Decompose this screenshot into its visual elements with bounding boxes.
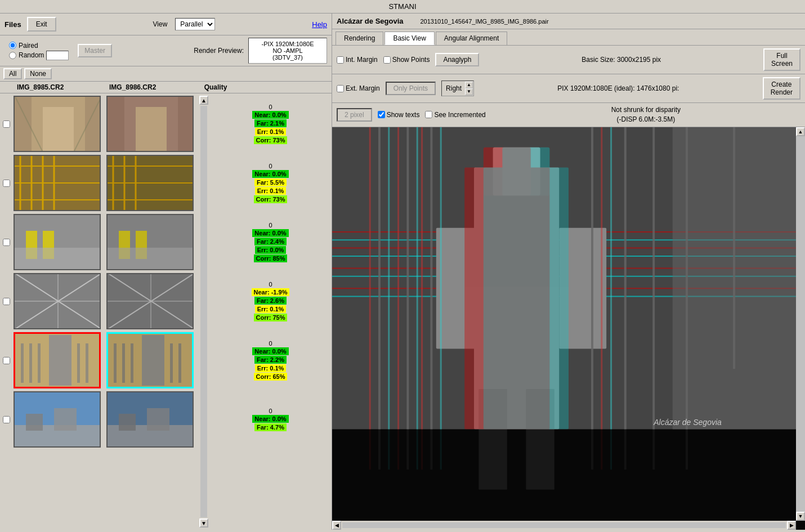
disparity-line1: Not shrunk for disparity bbox=[491, 105, 800, 115]
err-4: Err: 0.1% bbox=[255, 364, 287, 372]
thumb-left-0[interactable] bbox=[14, 96, 101, 152]
vscroll-down-btn[interactable]: ▼ bbox=[796, 512, 805, 521]
tab-bar: Rendering Basic View Angular Alignment bbox=[332, 29, 805, 46]
controls-bar1: Int. Margin Show Points Anaglyph Basic S… bbox=[332, 46, 805, 74]
exit-button[interactable]: Exit bbox=[27, 17, 56, 32]
left-images-col bbox=[12, 93, 105, 530]
tab-rendering[interactable]: Rendering bbox=[336, 32, 383, 45]
show-texts-text: Show texts bbox=[387, 111, 420, 119]
show-points-checkbox[interactable] bbox=[383, 56, 391, 64]
anaglyph-button[interactable]: Anaglyph bbox=[435, 53, 479, 66]
scroll-down-btn[interactable]: ▼ bbox=[199, 518, 208, 527]
check-1[interactable] bbox=[3, 180, 10, 187]
far-3: Far: 2.6% bbox=[254, 297, 287, 305]
title-bar: STMANI bbox=[0, 0, 805, 14]
tab-basic-view[interactable]: Basic View bbox=[384, 32, 434, 45]
check-2[interactable] bbox=[3, 239, 10, 246]
location-text: Alcázar de Segovia bbox=[337, 17, 404, 25]
hscroll-left-btn[interactable]: ◀ bbox=[332, 521, 341, 530]
far-0: Far: 2.1% bbox=[254, 119, 287, 127]
random-radio-row: Random bbox=[9, 51, 69, 60]
create-render-label: Create bbox=[771, 81, 791, 88]
pixel-button[interactable]: 2 pixel bbox=[337, 108, 372, 122]
paired-radio-row: Paired bbox=[9, 42, 69, 50]
thumb-right-2[interactable] bbox=[106, 214, 194, 270]
hscroll-right-btn[interactable]: ▶ bbox=[787, 521, 796, 530]
near-4: Near: 0.0% bbox=[252, 347, 288, 355]
thumb-right-0[interactable] bbox=[106, 96, 194, 152]
int-margin-checkbox[interactable] bbox=[337, 56, 344, 64]
zero-4: 0 bbox=[269, 340, 272, 347]
check-5[interactable] bbox=[3, 416, 10, 423]
create-render-button[interactable]: Create Render bbox=[763, 77, 800, 100]
right-spin-up[interactable]: ▲ bbox=[465, 82, 473, 88]
int-margin-text: Int. Margin bbox=[346, 56, 378, 64]
full-screen-label2: Screen bbox=[771, 60, 793, 68]
show-texts-checkbox[interactable] bbox=[378, 111, 385, 118]
check-4[interactable] bbox=[3, 357, 10, 364]
toolbar-row2: Paired Random Master Render Preview: -PI… bbox=[0, 35, 332, 66]
right-header: Alcázar de Segovia 20131010_145647_IMG_8… bbox=[332, 14, 805, 29]
help-label[interactable]: Help bbox=[312, 20, 327, 29]
bottom-scrollbar: ◀ ▶ bbox=[332, 521, 796, 530]
anaglyph-image: Alcázar de Segovia bbox=[332, 127, 805, 530]
svg-rect-62 bbox=[147, 408, 169, 431]
scroll-up-btn[interactable]: ▲ bbox=[199, 96, 208, 105]
thumb-left-2[interactable] bbox=[14, 214, 101, 270]
full-screen-button[interactable]: Full Screen bbox=[763, 48, 800, 71]
ext-margin-checkbox[interactable] bbox=[337, 85, 344, 92]
random-value-input[interactable] bbox=[46, 51, 69, 60]
random-radio[interactable] bbox=[9, 52, 16, 59]
near-3: Near: -1.9% bbox=[252, 288, 290, 296]
full-screen-label: Full bbox=[776, 52, 787, 60]
show-points-label[interactable]: Show Points bbox=[383, 56, 430, 64]
show-points-text: Show Points bbox=[392, 56, 430, 64]
see-incremented-label[interactable]: See Incremented bbox=[425, 111, 485, 119]
thumb-left-5[interactable] bbox=[14, 391, 101, 448]
all-button[interactable]: All bbox=[3, 68, 22, 79]
see-incremented-checkbox[interactable] bbox=[425, 111, 432, 118]
tab-angular-alignment-label: Angular Alignment bbox=[444, 34, 499, 42]
zero-2: 0 bbox=[269, 222, 272, 229]
controls-bar3: 2 pixel Show texts See Incremented Not s… bbox=[332, 103, 805, 127]
thumb-left-4[interactable] bbox=[14, 332, 101, 388]
scroll-track bbox=[200, 106, 207, 517]
view-select[interactable]: Parallel Cross bbox=[175, 18, 215, 30]
check-3[interactable] bbox=[3, 298, 10, 305]
mid-arrow-col: ▲ ▼ bbox=[198, 93, 209, 530]
int-margin-label[interactable]: Int. Margin bbox=[337, 56, 378, 64]
right-select-container: Right ▲ ▼ bbox=[441, 81, 474, 96]
thumb-left-1[interactable] bbox=[14, 155, 101, 211]
zero-3: 0 bbox=[269, 281, 272, 288]
tab-basic-view-label: Basic View bbox=[393, 34, 426, 42]
show-texts-label[interactable]: Show texts bbox=[378, 111, 420, 119]
paired-label: Paired bbox=[19, 42, 38, 50]
thumb-right-5[interactable] bbox=[106, 391, 194, 448]
col1-label: IMG_8985.CR2 bbox=[17, 83, 107, 91]
svg-rect-82 bbox=[484, 167, 569, 429]
check-0[interactable] bbox=[3, 120, 10, 128]
right-spin-down[interactable]: ▼ bbox=[465, 88, 473, 95]
thumb-right-1[interactable] bbox=[106, 155, 194, 211]
svg-rect-46 bbox=[108, 248, 193, 270]
far-2: Far: 2.4% bbox=[254, 238, 287, 245]
tab-angular-alignment[interactable]: Angular Alignment bbox=[436, 32, 507, 45]
view-label: View bbox=[153, 20, 168, 28]
none-button[interactable]: None bbox=[24, 68, 52, 79]
svg-rect-24 bbox=[21, 343, 24, 383]
ext-margin-label[interactable]: Ext. Margin bbox=[337, 84, 380, 92]
thumb-left-3[interactable] bbox=[14, 273, 101, 329]
quality-row-3: 0 Near: -1.9% Far: 2.6% Err: 0.1% Corr: … bbox=[211, 273, 330, 329]
master-button[interactable]: Master bbox=[78, 44, 112, 57]
corr-1: Corr: 73% bbox=[254, 195, 288, 203]
thumb-right-3[interactable] bbox=[106, 273, 194, 329]
app-title: STMANI bbox=[388, 2, 416, 11]
thumb-right-4[interactable] bbox=[106, 332, 194, 388]
quality-col: 0 Near: 0.0% Far: 2.1% Err: 0.1% Corr: 7… bbox=[209, 93, 332, 530]
svg-rect-54 bbox=[114, 343, 117, 383]
vscroll-up-btn[interactable]: ▲ bbox=[796, 127, 805, 136]
paired-radio[interactable] bbox=[9, 42, 16, 49]
zero-5: 0 bbox=[269, 408, 272, 414]
svg-rect-58 bbox=[178, 343, 181, 383]
only-points-button[interactable]: Only Points bbox=[386, 82, 436, 95]
